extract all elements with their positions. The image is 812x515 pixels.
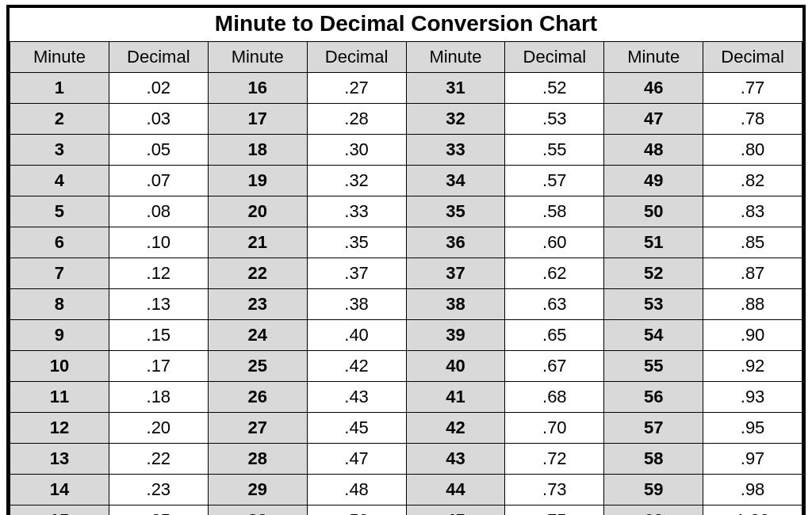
table-row: 1.0216.2731.5246.77 xyxy=(10,73,802,104)
minute-cell: 1 xyxy=(10,73,109,104)
decimal-cell: .53 xyxy=(505,104,604,135)
table-row: 14.2329.4844.7359.98 xyxy=(10,475,802,505)
decimal-cell: .37 xyxy=(307,258,406,289)
minute-cell: 15 xyxy=(10,505,109,516)
decimal-cell: .75 xyxy=(505,505,604,516)
decimal-cell: .68 xyxy=(505,382,604,413)
minute-cell: 2 xyxy=(10,104,109,135)
header-minute: Minute xyxy=(208,42,307,73)
minute-cell: 28 xyxy=(208,444,307,475)
minute-cell: 12 xyxy=(10,413,109,444)
minute-cell: 11 xyxy=(10,382,109,413)
header-decimal: Decimal xyxy=(505,42,604,73)
table-row: 7.1222.3737.6252.87 xyxy=(10,258,802,289)
decimal-cell: .80 xyxy=(703,135,802,166)
decimal-cell: .95 xyxy=(703,413,802,444)
decimal-cell: .83 xyxy=(703,196,802,227)
minute-cell: 13 xyxy=(10,444,109,475)
minute-cell: 10 xyxy=(10,351,109,382)
minute-cell: 40 xyxy=(406,351,505,382)
minute-cell: 46 xyxy=(604,73,703,104)
minute-cell: 52 xyxy=(604,258,703,289)
minute-cell: 18 xyxy=(208,135,307,166)
decimal-cell: .18 xyxy=(109,382,208,413)
minute-cell: 48 xyxy=(604,135,703,166)
minute-cell: 30 xyxy=(208,505,307,516)
decimal-cell: .90 xyxy=(703,320,802,351)
minute-cell: 53 xyxy=(604,289,703,320)
decimal-cell: .30 xyxy=(307,135,406,166)
decimal-cell: 1.00 xyxy=(703,505,802,516)
header-decimal: Decimal xyxy=(703,42,802,73)
minute-cell: 36 xyxy=(406,227,505,258)
decimal-cell: .48 xyxy=(307,475,406,505)
table-row: 4.0719.3234.5749.82 xyxy=(10,166,802,196)
minute-cell: 56 xyxy=(604,382,703,413)
decimal-cell: .77 xyxy=(703,73,802,104)
decimal-cell: .32 xyxy=(307,166,406,196)
decimal-cell: .40 xyxy=(307,320,406,351)
table-row: 11.1826.4341.6856.93 xyxy=(10,382,802,413)
table-row: 2.0317.2832.5347.78 xyxy=(10,104,802,135)
decimal-cell: .43 xyxy=(307,382,406,413)
decimal-cell: .03 xyxy=(109,104,208,135)
decimal-cell: .15 xyxy=(109,320,208,351)
minute-cell: 26 xyxy=(208,382,307,413)
decimal-cell: .62 xyxy=(505,258,604,289)
minute-cell: 50 xyxy=(604,196,703,227)
minute-cell: 31 xyxy=(406,73,505,104)
minute-cell: 58 xyxy=(604,444,703,475)
minute-cell: 3 xyxy=(10,135,109,166)
minute-cell: 23 xyxy=(208,289,307,320)
decimal-cell: .12 xyxy=(109,258,208,289)
minute-cell: 20 xyxy=(208,196,307,227)
chart-title: Minute to Decimal Conversion Chart xyxy=(10,8,802,41)
minute-cell: 5 xyxy=(10,196,109,227)
decimal-cell: .88 xyxy=(703,289,802,320)
minute-cell: 16 xyxy=(208,73,307,104)
decimal-cell: .65 xyxy=(505,320,604,351)
decimal-cell: .45 xyxy=(307,413,406,444)
minute-cell: 47 xyxy=(604,104,703,135)
decimal-cell: .92 xyxy=(703,351,802,382)
minute-cell: 38 xyxy=(406,289,505,320)
decimal-cell: .73 xyxy=(505,475,604,505)
minute-cell: 6 xyxy=(10,227,109,258)
minute-cell: 24 xyxy=(208,320,307,351)
conversion-table: Minute to Decimal Conversion Chart Minut… xyxy=(10,8,802,515)
decimal-cell: .70 xyxy=(505,413,604,444)
table-row: 5.0820.3335.5850.83 xyxy=(10,196,802,227)
decimal-cell: .28 xyxy=(307,104,406,135)
decimal-cell: .20 xyxy=(109,413,208,444)
minute-cell: 34 xyxy=(406,166,505,196)
minute-cell: 51 xyxy=(604,227,703,258)
table-row: 15.2530.5045.75601.00 xyxy=(10,505,802,516)
table-row: 12.2027.4542.7057.95 xyxy=(10,413,802,444)
decimal-cell: .67 xyxy=(505,351,604,382)
minute-cell: 44 xyxy=(406,475,505,505)
minute-cell: 22 xyxy=(208,258,307,289)
decimal-cell: .10 xyxy=(109,227,208,258)
minute-cell: 25 xyxy=(208,351,307,382)
decimal-cell: .33 xyxy=(307,196,406,227)
conversion-chart: Minute to Decimal Conversion Chart Minut… xyxy=(6,5,806,515)
minute-cell: 19 xyxy=(208,166,307,196)
minute-cell: 59 xyxy=(604,475,703,505)
decimal-cell: .08 xyxy=(109,196,208,227)
decimal-cell: .78 xyxy=(703,104,802,135)
decimal-cell: .97 xyxy=(703,444,802,475)
minute-cell: 43 xyxy=(406,444,505,475)
minute-cell: 60 xyxy=(604,505,703,516)
table-row: 13.2228.4743.7258.97 xyxy=(10,444,802,475)
minute-cell: 39 xyxy=(406,320,505,351)
decimal-cell: .17 xyxy=(109,351,208,382)
table-row: 3.0518.3033.5548.80 xyxy=(10,135,802,166)
header-minute: Minute xyxy=(406,42,505,73)
decimal-cell: .55 xyxy=(505,135,604,166)
decimal-cell: .25 xyxy=(109,505,208,516)
minute-cell: 54 xyxy=(604,320,703,351)
minute-cell: 29 xyxy=(208,475,307,505)
table-header: Minute Decimal Minute Decimal Minute Dec… xyxy=(10,42,802,73)
decimal-cell: .07 xyxy=(109,166,208,196)
decimal-cell: .52 xyxy=(505,73,604,104)
